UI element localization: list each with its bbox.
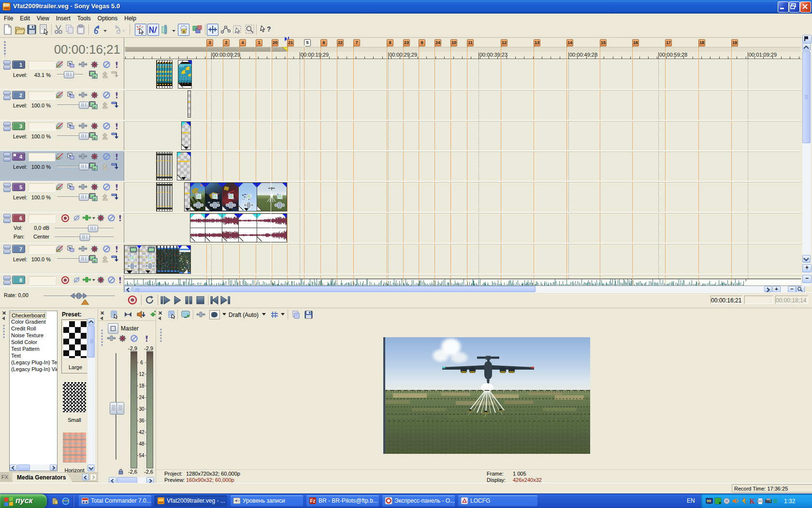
- svg-text:?: ?: [267, 25, 271, 33]
- svg-text:α: α: [93, 75, 96, 79]
- svg-text:K: K: [750, 498, 755, 505]
- svg-text:α: α: [93, 197, 96, 201]
- svg-text:Fz: Fz: [310, 498, 316, 504]
- svg-text:99: 99: [707, 499, 711, 503]
- svg-text:ti: ti: [774, 498, 777, 505]
- svg-text:α: α: [93, 136, 96, 140]
- svg-text:α: α: [93, 105, 96, 109]
- svg-text:α: α: [93, 166, 96, 171]
- svg-text:α: α: [93, 259, 96, 263]
